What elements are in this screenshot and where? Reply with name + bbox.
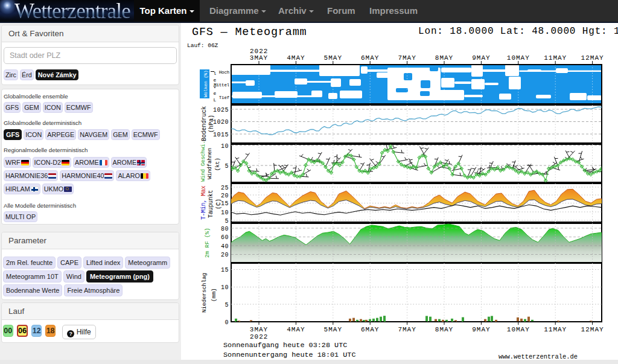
svg-text:Wind Geschwi.: Wind Geschwi.: [200, 141, 206, 182]
svg-text:Windfahnen: Windfahnen: [207, 148, 213, 179]
svg-text:Wolken (%): Wolken (%): [203, 70, 208, 97]
svg-text:10: 10: [221, 284, 229, 291]
svg-text:(kt): (kt): [215, 158, 221, 171]
svg-text:11MAY: 11MAY: [544, 54, 567, 62]
svg-text:2m RF (%): 2m RF (%): [204, 228, 211, 258]
svg-text:GFS — Meteogramm: GFS — Meteogramm: [192, 26, 307, 39]
svg-text:3MAY: 3MAY: [250, 326, 268, 333]
svg-text:7MAY: 7MAY: [398, 54, 416, 62]
svg-text:11MAY: 11MAY: [544, 326, 567, 333]
svg-text:8MAY: 8MAY: [435, 326, 453, 333]
svg-text:15: 15: [221, 267, 229, 273]
svg-text:T-Min, Max: T-Min, Max: [200, 186, 207, 220]
svg-text:Tief: Tief: [219, 95, 230, 100]
svg-text:Mittel: Mittel: [214, 83, 230, 88]
svg-text:8MAY: 8MAY: [435, 54, 453, 62]
svg-text:Niederschlag: Niederschlag: [201, 273, 208, 313]
svg-text:Sonnenuntergang heute 18:01 UT: Sonnenuntergang heute 18:01 UTC: [223, 351, 355, 359]
svg-text:80: 80: [221, 226, 229, 232]
svg-text:9MAY: 9MAY: [472, 54, 490, 62]
svg-text:6MAY: 6MAY: [361, 326, 379, 333]
svg-text:5: 5: [225, 302, 229, 308]
svg-text:12MAY: 12MAY: [581, 54, 604, 62]
svg-text:Taupunkt: Taupunkt: [208, 190, 214, 218]
svg-text:Bodendruck: Bodendruck: [201, 106, 208, 141]
svg-text:(C): (C): [215, 199, 222, 209]
svg-text:60: 60: [221, 234, 229, 241]
svg-text:5MAY: 5MAY: [324, 326, 342, 333]
svg-text:4MAY: 4MAY: [287, 54, 305, 62]
svg-text:L: L: [214, 97, 217, 103]
svg-text:6MAY: 6MAY: [361, 54, 379, 62]
svg-text:25: 25: [221, 185, 229, 191]
svg-text:(mm): (mm): [211, 288, 217, 302]
svg-text:(hPa): (hPa): [208, 115, 215, 133]
svg-text:4MAY: 4MAY: [287, 326, 305, 333]
svg-text:40: 40: [221, 243, 229, 250]
svg-text:1020: 1020: [213, 119, 229, 126]
svg-text:1015: 1015: [213, 132, 229, 138]
svg-text:10: 10: [221, 143, 229, 150]
svg-text:12MAY: 12MAY: [581, 326, 604, 333]
svg-text:1025: 1025: [213, 107, 229, 113]
svg-text:5MAY: 5MAY: [324, 54, 342, 62]
svg-text:5: 5: [225, 163, 229, 170]
svg-text:2022: 2022: [250, 333, 268, 340]
svg-text:5: 5: [225, 218, 229, 225]
svg-text:10: 10: [221, 209, 229, 216]
svg-text:Sonnenaufgang heute 03:28 UTC: Sonnenaufgang heute 03:28 UTC: [223, 341, 347, 350]
svg-text:0: 0: [225, 319, 229, 326]
svg-text:3MAY: 3MAY: [250, 54, 268, 62]
svg-text:Lon: 18.0000 Lat: 48.0000 Hgt:: Lon: 18.0000 Lat: 48.0000 Hgt: 1: [418, 26, 618, 37]
svg-text:7MAY: 7MAY: [398, 326, 416, 333]
svg-text:Hoch: Hoch: [219, 70, 229, 75]
svg-text:10MAY: 10MAY: [507, 54, 530, 62]
svg-text:9MAY: 9MAY: [472, 326, 490, 333]
svg-text:e: e: [214, 91, 217, 96]
svg-text:20: 20: [221, 252, 229, 258]
svg-text:10MAY: 10MAY: [507, 326, 530, 333]
svg-text:20: 20: [221, 193, 229, 199]
svg-text:Lauf: 06Z: Lauf: 06Z: [187, 42, 218, 49]
